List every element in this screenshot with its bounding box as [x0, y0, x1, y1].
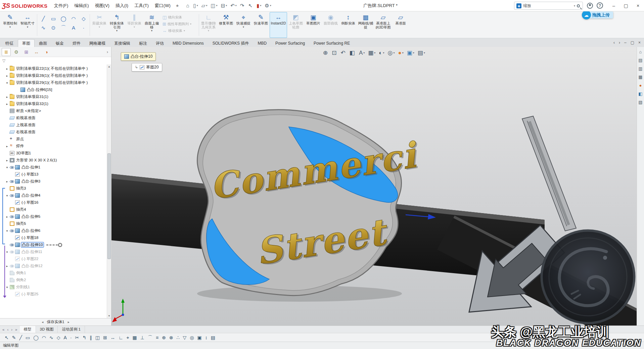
bottom-tool-icon[interactable]: ⊞: [103, 335, 107, 340]
dropdown-caret-icon[interactable]: ▾: [216, 4, 218, 7]
command-tab[interactable]: SOLIDWORKS 插件: [208, 39, 254, 47]
featuremanager-tab[interactable]: ↔: [32, 48, 41, 56]
command-tab[interactable]: Power Surfacing RE: [309, 39, 354, 47]
titlebar-tool-button[interactable]: ↖: [246, 2, 255, 9]
scroll-up-icon[interactable]: ▲: [107, 65, 111, 68]
tree-item[interactable]: 上视基准面: [0, 121, 111, 129]
menu-item[interactable]: 视图(V): [92, 1, 112, 10]
bottom-tool-icon[interactable]: ⌖: [127, 335, 129, 340]
ribbon-button[interactable]: ∥ 等距实体 ▾: [126, 12, 143, 38]
restore-window-icon[interactable]: ▢: [620, 0, 632, 11]
command-tab[interactable]: 评估: [151, 39, 168, 47]
tree-item[interactable]: (-) 草图25: [0, 291, 111, 298]
dropdown-caret-icon[interactable]: ▾: [206, 4, 207, 7]
bottom-tool-icon[interactable]: ∥: [90, 335, 92, 340]
expand-arrow-icon[interactable]: ▾: [5, 229, 9, 233]
tree-item[interactable]: ▸ 切割清单项目31(1): [0, 93, 111, 100]
viewport-tool-button[interactable]: ●▾: [398, 50, 403, 56]
ribbon-button[interactable]: ↔ Instant2D: [270, 12, 287, 38]
graphics-viewport[interactable]: Commerci Commerci Street Street: [111, 47, 637, 326]
tree-item[interactable]: 材质 <未指定>: [0, 107, 111, 114]
dropdown-caret-icon[interactable]: ▾: [270, 4, 271, 7]
featuremanager-tab[interactable]: ≣: [2, 48, 11, 56]
viewport-tool-button[interactable]: ◧: [350, 49, 356, 56]
ribbon-button[interactable]: ▦ 网格线/捕捉: [357, 12, 374, 38]
tree-scrollbar[interactable]: ▲ ▼: [107, 64, 111, 318]
breadcrumb-sketch[interactable]: ↳ 草图20: [132, 63, 162, 71]
dropdown-caret-icon[interactable]: ▾: [413, 51, 414, 54]
command-tab[interactable]: MBD Dimensions: [168, 39, 208, 47]
sketch-entity-button[interactable]: ·: [79, 23, 88, 32]
bottom-tool-icon[interactable]: ▽: [183, 335, 187, 340]
dropdown-caret-icon[interactable]: ▾: [184, 29, 185, 32]
filter-funnel-icon[interactable]: ▽: [2, 58, 5, 63]
titlebar-tool-button[interactable]: ⌂: [185, 2, 192, 9]
expand-arrow-icon[interactable]: ▾: [5, 194, 9, 197]
viewport-tool-button[interactable]: ◐▾: [379, 50, 384, 56]
document-tab[interactable]: 运动算例 1: [58, 326, 85, 333]
ribbon-button[interactable]: ✎ 草图绘制 ▾: [1, 12, 19, 38]
bottom-tool-icon[interactable]: ▭: [26, 335, 30, 340]
saved-body-item[interactable]: 保存实体1: [47, 319, 64, 325]
command-tab[interactable]: 网格建模: [85, 39, 110, 47]
viewport-tool-button[interactable]: ⊡: [332, 49, 337, 56]
titlebar-tool-button[interactable]: ◫▾: [209, 2, 219, 9]
titlebar-tool-button[interactable]: ⚙▾: [263, 2, 273, 9]
tab-scroll-icon[interactable]: ›: [10, 328, 13, 332]
bottom-tool-icon[interactable]: ∟: [119, 335, 123, 340]
ribbon-stack-button[interactable]: ◫ 镜向实体: [163, 15, 197, 20]
command-tab[interactable]: 标注: [135, 39, 151, 47]
bottom-tool-icon[interactable]: ◯: [33, 335, 39, 340]
ribbon-button[interactable]: ▱ 基准面: [392, 12, 409, 38]
minimize-window-icon[interactable]: –: [608, 0, 620, 11]
menu-item[interactable]: 文件(F): [51, 1, 72, 10]
menu-item[interactable]: 窗口(W): [152, 1, 174, 10]
tree-item[interactable]: ▸ 焊件: [0, 143, 111, 150]
viewport-tool-button[interactable]: ↶: [341, 49, 346, 56]
command-tab[interactable]: 草图: [18, 39, 35, 47]
tree-item[interactable]: ▸ 切割清单项目28(1)( 不包括在切割清单中 ): [0, 72, 111, 79]
tree-item[interactable]: 抽壳5: [0, 220, 111, 227]
expand-arrow-icon[interactable]: ▸: [5, 67, 9, 70]
scrollbar-thumb[interactable]: [107, 153, 111, 259]
sketch-entity-button[interactable]: ◇: [79, 14, 88, 23]
tab-strip-control-icon[interactable]: ×: [638, 40, 641, 45]
tree-item[interactable]: 凸台-拉伸10: [0, 241, 111, 248]
bottom-tool-icon[interactable]: ╱: [19, 335, 22, 340]
ribbon-button[interactable]: ▱ 基准面上的3D草图: [374, 12, 392, 38]
featuremanager-tab[interactable]: ⚙: [12, 48, 21, 56]
tree-item[interactable]: ▾ 凸台-拉伸4: [0, 192, 111, 199]
tree-item[interactable]: ▾ 分割线1: [0, 284, 111, 291]
dropdown-caret-icon[interactable]: ▾: [9, 26, 11, 29]
tab-scroll-icon[interactable]: «: [1, 328, 5, 332]
expand-arrow-icon[interactable]: ▾: [5, 250, 9, 254]
titlebar-tool-button[interactable]: ▮▾: [255, 2, 263, 9]
task-pane-tab[interactable]: ◧: [638, 92, 642, 96]
titlebar-tool-button[interactable]: ↶▾: [229, 2, 238, 9]
bottom-tool-icon[interactable]: ∴: [177, 335, 180, 340]
task-pane-tab[interactable]: ▦: [638, 75, 642, 80]
expand-arrow-icon[interactable]: ▾: [5, 81, 9, 85]
ribbon-button[interactable]: ∟ 显示/删除几何关系 ▾: [200, 12, 217, 38]
bottom-tool-icon[interactable]: ▦: [133, 335, 137, 340]
tree-item[interactable]: (-) 草图22: [0, 255, 111, 262]
tree-item[interactable]: ▾ 切割清单项目29(1)( 不包括在切割清单中 ): [0, 79, 111, 86]
bottom-tool-icon[interactable]: ≡: [156, 335, 158, 340]
ribbon-button[interactable]: ⚒ 修复草图: [217, 12, 235, 38]
viewport-tool-button[interactable]: A▾: [359, 50, 365, 56]
help-icon[interactable]: ?: [597, 2, 603, 9]
sketch-entity-button[interactable]: ⊙: [49, 23, 58, 32]
titlebar-tool-button[interactable]: ⊟▾: [219, 2, 229, 9]
tree-item[interactable]: 抽壳3: [0, 185, 111, 192]
tab-strip-control-icon[interactable]: ›: [619, 40, 620, 45]
ribbon-button[interactable]: ▣ 草图图片: [305, 12, 322, 38]
bottom-tool-icon[interactable]: ⊗: [169, 335, 173, 340]
tree-item[interactable]: (-) 草图18: [0, 234, 111, 241]
ribbon-button[interactable]: ≋ 曲面上偏移 ▾: [143, 12, 160, 38]
viewport-tool-button[interactable]: ▤▾: [418, 49, 425, 56]
tree-item[interactable]: ▸ 凸台-拉伸12: [0, 262, 111, 269]
search-input[interactable]: 缩放: [523, 3, 572, 9]
task-pane-tab[interactable]: ▥: [638, 66, 642, 71]
rollback-handle[interactable]: [58, 243, 62, 247]
bottom-tool-icon[interactable]: ◫: [95, 335, 100, 340]
